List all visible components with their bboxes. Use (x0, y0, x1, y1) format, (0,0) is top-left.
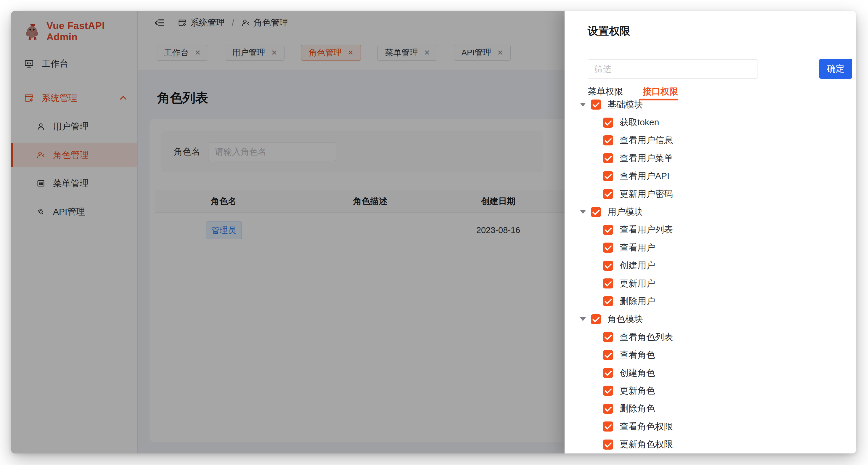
tree-node: 查看用户列表 (564, 221, 856, 239)
tree-node-label: 更新角色权限 (620, 438, 673, 451)
tree-node: 查看用户API (564, 167, 856, 185)
tree-node: 角色模块 (564, 311, 856, 328)
checkbox-checked[interactable] (603, 225, 613, 235)
caret-down-icon[interactable] (580, 317, 586, 321)
tree-node: 创建角色 (564, 364, 856, 382)
tree-node: 更新角色权限 (564, 435, 856, 453)
tree-node: 查看角色 (564, 346, 856, 364)
app-window: Vue FastAPI Admin 工作台 (11, 11, 856, 454)
checkbox-checked[interactable] (603, 153, 613, 163)
checkbox-checked[interactable] (591, 99, 601, 110)
tree-node-label: 创建角色 (620, 367, 655, 379)
tree-node-label: 查看角色列表 (620, 331, 673, 343)
tree-node: 更新角色 (564, 382, 856, 400)
tree-node-label: 获取token (620, 116, 659, 128)
tree-node-label: 查看角色权限 (620, 420, 673, 433)
tree-node-label: 查看用户菜单 (620, 152, 673, 164)
confirm-button[interactable]: 确定 (819, 59, 852, 79)
tree-node-label: 更新用户 (620, 278, 655, 290)
caret-down-icon[interactable] (580, 103, 586, 107)
caret-down-icon[interactable] (580, 210, 586, 214)
tree-node-label: 查看角色 (620, 349, 655, 361)
tree-node: 创建用户 (564, 257, 856, 274)
tree-node-label: 查看用户 (620, 242, 655, 254)
tree-node-label: 用户模块 (608, 206, 643, 218)
checkbox-checked[interactable] (603, 404, 613, 414)
set-permissions-drawer: 设置权限 确定 菜单权限 接口权限 基础模块 获取token 查看用户信息 (564, 11, 856, 454)
checkbox-checked[interactable] (591, 207, 601, 217)
tree-node: 更新用户密码 (564, 185, 856, 203)
checkbox-checked[interactable] (603, 350, 613, 360)
tree-node-label: 更新角色 (620, 385, 655, 397)
drawer-divider (564, 49, 856, 49)
tree-node-label: 删除角色 (620, 403, 655, 415)
tree-node: 用户模块 (564, 203, 856, 221)
tree-node: 查看用户 (564, 239, 856, 257)
drawer-title: 设置权限 (564, 11, 856, 38)
tree-node: 查看角色列表 (564, 328, 856, 346)
tree-node-label: 查看用户列表 (620, 224, 673, 236)
checkbox-checked[interactable] (603, 135, 613, 145)
tree-node: 删除用户 (564, 292, 856, 310)
checkbox-checked[interactable] (603, 189, 613, 199)
checkbox-checked[interactable] (603, 368, 613, 378)
checkbox-checked[interactable] (603, 386, 613, 396)
checkbox-checked[interactable] (603, 171, 613, 181)
tree-node-label: 查看用户信息 (620, 134, 673, 146)
tree-node: 查看用户信息 (564, 132, 856, 149)
tree-node: 查看角色权限 (564, 417, 856, 435)
tree-node-label: 删除用户 (620, 295, 655, 308)
checkbox-checked[interactable] (603, 118, 613, 128)
tree-node-label: 更新用户密码 (620, 188, 673, 200)
permission-filter-input[interactable] (588, 59, 758, 79)
checkbox-checked[interactable] (603, 242, 613, 253)
checkbox-checked[interactable] (603, 279, 613, 289)
checkbox-checked[interactable] (603, 422, 613, 432)
tree-node-label: 查看用户API (620, 170, 669, 182)
checkbox-checked[interactable] (603, 296, 613, 306)
tree-node-label: 基础模块 (608, 98, 643, 111)
checkbox-checked[interactable] (591, 314, 601, 324)
permission-tree: 基础模块 获取token 查看用户信息 查看用户菜单 查看用户API 更新用户密… (564, 96, 856, 454)
checkbox-checked[interactable] (603, 439, 613, 449)
tree-node: 删除角色 (564, 400, 856, 417)
tree-node: 查看用户菜单 (564, 149, 856, 167)
tree-node: 基础模块 (564, 96, 856, 113)
checkbox-checked[interactable] (603, 261, 613, 271)
tree-node: 获取token (564, 113, 856, 131)
tree-node: 更新用户 (564, 274, 856, 292)
drawer-mask[interactable] (11, 11, 564, 454)
tree-node-label: 创建用户 (620, 259, 655, 271)
tree-node-label: 角色模块 (608, 313, 643, 325)
checkbox-checked[interactable] (603, 332, 613, 342)
